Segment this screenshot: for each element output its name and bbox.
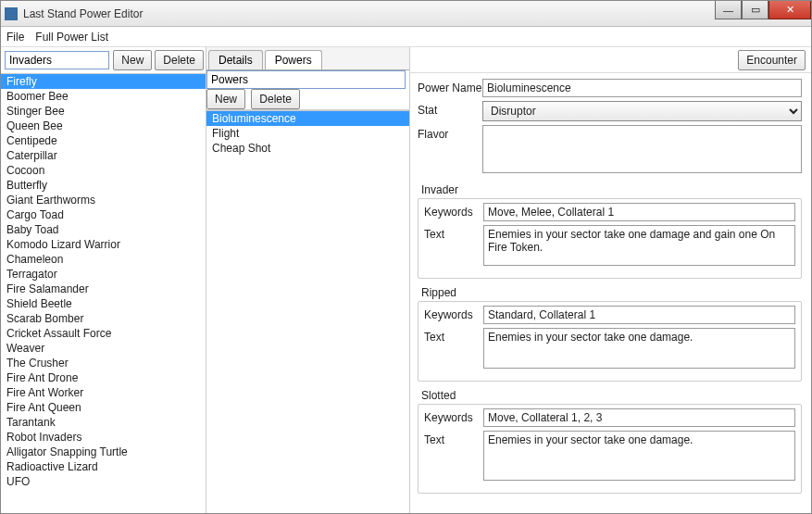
- list-item[interactable]: Giant Earthworms: [1, 193, 206, 207]
- list-item[interactable]: Alligator Snapping Turtle: [1, 445, 206, 459]
- powers-label: Powers: [206, 70, 406, 89]
- power-form: Power Name Stat Disruptor Flavor: [410, 73, 811, 513]
- slotted-group-label: Slotted: [418, 389, 802, 402]
- ripped-keywords-label: Keywords: [424, 306, 483, 324]
- invaders-delete-button[interactable]: Delete: [155, 50, 204, 70]
- list-item[interactable]: Cricket Assault Force: [1, 326, 206, 341]
- list-item[interactable]: Shield Beetle: [1, 296, 206, 311]
- close-button[interactable]: ✕: [768, 1, 811, 19]
- invader-keywords-input[interactable]: [483, 203, 795, 221]
- invaders-panel: Invaders New Delete FireflyBoomer BeeSti…: [1, 47, 206, 513]
- ripped-group-label: Ripped: [418, 286, 802, 299]
- list-item[interactable]: Weaver: [1, 341, 206, 356]
- list-item[interactable]: Butterfly: [1, 178, 206, 193]
- invader-text-label: Text: [424, 225, 483, 269]
- power-name-input[interactable]: [482, 79, 802, 97]
- list-item[interactable]: Terragator: [1, 267, 206, 282]
- maximize-button[interactable]: ▭: [742, 1, 768, 19]
- invader-group: Keywords Text: [418, 198, 802, 279]
- list-item[interactable]: Cocoon: [1, 163, 206, 178]
- list-item[interactable]: Centipede: [1, 133, 206, 148]
- invaders-label: Invaders: [5, 51, 109, 69]
- list-item[interactable]: Fire Ant Queen: [1, 400, 206, 415]
- window-title: Last Stand Power Editor: [23, 7, 143, 20]
- menu-full-power-list[interactable]: Full Power List: [35, 31, 108, 44]
- list-item[interactable]: The Crusher: [1, 356, 206, 370]
- stat-label: Stat: [418, 101, 482, 121]
- slotted-text-textarea[interactable]: [483, 431, 795, 481]
- ripped-text-label: Text: [424, 328, 483, 371]
- flavor-label: Flavor: [418, 125, 482, 176]
- powers-header: Powers New Delete: [206, 70, 409, 110]
- minimize-button[interactable]: —: [715, 1, 742, 19]
- list-item[interactable]: Chameleon: [1, 252, 206, 267]
- invader-text-textarea[interactable]: [483, 225, 795, 266]
- center-panel: Details Powers Powers New Delete Biolumi…: [206, 47, 410, 513]
- power-name-label: Power Name: [418, 79, 482, 97]
- stat-select[interactable]: Disruptor: [482, 101, 802, 121]
- list-item[interactable]: Tarantank: [1, 415, 206, 430]
- list-item[interactable]: Flight: [206, 126, 409, 141]
- slotted-group: Keywords Text: [418, 404, 802, 494]
- list-item[interactable]: Firefly: [1, 74, 206, 89]
- menu-file[interactable]: File: [6, 31, 24, 44]
- powers-delete-button[interactable]: Delete: [251, 89, 300, 109]
- app-window: Last Stand Power Editor — ▭ ✕ File Full …: [0, 0, 812, 514]
- list-item[interactable]: Fire Ant Drone: [1, 370, 206, 385]
- list-item[interactable]: Stinger Bee: [1, 104, 206, 119]
- list-item[interactable]: Fire Ant Worker: [1, 385, 206, 400]
- encounter-button[interactable]: Encounter: [738, 50, 806, 70]
- invader-group-label: Invader: [418, 183, 802, 196]
- ripped-group: Keywords Text: [418, 301, 802, 382]
- list-item[interactable]: UFO: [1, 474, 206, 489]
- details-panel: Encounter Power Name Stat Disruptor: [410, 47, 811, 513]
- app-icon: [5, 7, 18, 20]
- slotted-text-label: Text: [424, 431, 483, 483]
- list-item[interactable]: Caterpillar: [1, 148, 206, 163]
- tab-details[interactable]: Details: [208, 50, 263, 69]
- list-item[interactable]: Fire Salamander: [1, 282, 206, 296]
- tabs: Details Powers: [206, 47, 409, 69]
- window-controls: — ▭ ✕: [715, 1, 811, 19]
- list-item[interactable]: Boomer Bee: [1, 89, 206, 104]
- list-item[interactable]: Cargo Toad: [1, 207, 206, 222]
- list-item[interactable]: Komodo Lizard Warrior: [1, 237, 206, 252]
- invader-keywords-label: Keywords: [424, 203, 483, 221]
- ripped-text-textarea[interactable]: [483, 328, 795, 369]
- invaders-header: Invaders New Delete: [1, 47, 206, 73]
- title-bar: Last Stand Power Editor — ▭ ✕: [1, 1, 811, 27]
- list-item[interactable]: Cheap Shot: [206, 141, 409, 156]
- flavor-textarea[interactable]: [482, 125, 802, 173]
- list-item[interactable]: Baby Toad: [1, 222, 206, 237]
- powers-list[interactable]: BioluminescenceFlightCheap Shot: [206, 110, 409, 513]
- list-item[interactable]: Robot Invaders: [1, 430, 206, 445]
- powers-new-button[interactable]: New: [206, 89, 245, 109]
- ripped-keywords-input[interactable]: [483, 306, 795, 324]
- slotted-keywords-input[interactable]: [483, 408, 795, 427]
- tab-powers[interactable]: Powers: [265, 50, 322, 69]
- details-top-row: Encounter: [410, 47, 811, 73]
- invaders-list[interactable]: FireflyBoomer BeeStinger BeeQueen BeeCen…: [1, 73, 206, 513]
- list-item[interactable]: Queen Bee: [1, 119, 206, 133]
- powers-tab-body: Powers New Delete BioluminescenceFlightC…: [206, 69, 409, 513]
- menu-bar: File Full Power List: [1, 27, 811, 47]
- slotted-keywords-label: Keywords: [424, 408, 483, 427]
- list-item[interactable]: Bioluminescence: [206, 111, 409, 126]
- body: Invaders New Delete FireflyBoomer BeeSti…: [1, 47, 811, 513]
- invaders-new-button[interactable]: New: [113, 50, 152, 70]
- list-item[interactable]: Scarab Bomber: [1, 311, 206, 326]
- list-item[interactable]: Radioactive Lizard: [1, 459, 206, 474]
